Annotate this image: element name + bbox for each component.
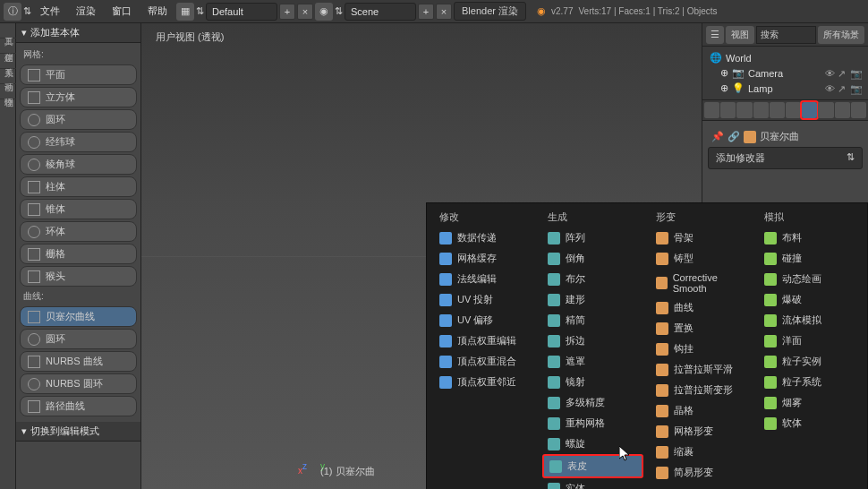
mod-fluid-sim[interactable]: 流体模拟 bbox=[759, 310, 860, 330]
mesh-cone-button[interactable]: 锥体 bbox=[20, 199, 137, 219]
mod-displace[interactable]: 置换 bbox=[651, 318, 752, 339]
layout-icon[interactable]: ▦ bbox=[176, 3, 194, 21]
mod-data-transfer[interactable]: 数据传递 bbox=[434, 227, 535, 248]
updown-icon[interactable]: ⇅ bbox=[23, 5, 31, 17]
menu-help[interactable]: 帮助 bbox=[140, 1, 174, 21]
mod-mesh-cache[interactable]: 网格缓存 bbox=[434, 248, 535, 269]
mesh-plane-button[interactable]: 平面 bbox=[20, 64, 137, 85]
mod-simple-deform[interactable]: 简易形变 bbox=[651, 462, 752, 483]
mesh-grid-button[interactable]: 栅格 bbox=[20, 244, 137, 264]
mod-vweight-mix[interactable]: 顶点权重混合 bbox=[434, 351, 535, 372]
info-icon[interactable]: ⓘ bbox=[4, 3, 21, 21]
add-layout-button[interactable]: + bbox=[279, 4, 295, 20]
mod-remesh[interactable]: 重构网格 bbox=[542, 413, 643, 433]
curve-path-button[interactable]: 路径曲线 bbox=[20, 396, 137, 416]
screen-layout-dropdown[interactable]: Default bbox=[206, 3, 277, 21]
mesh-icosphere-button[interactable]: 棱角球 bbox=[20, 154, 137, 175]
scene-dropdown[interactable]: Scene bbox=[345, 3, 416, 21]
mod-dynamic-paint[interactable]: 动态绘画 bbox=[759, 269, 860, 289]
mod-normal-edit[interactable]: 法线编辑 bbox=[434, 269, 535, 289]
mod-armature[interactable]: 骨架 bbox=[651, 227, 752, 248]
mod-shrinkwrap[interactable]: 缩裹 bbox=[651, 442, 752, 462]
mesh-monkey-button[interactable]: 猴头 bbox=[20, 266, 137, 287]
mod-mesh-deform[interactable]: 网格形变 bbox=[651, 421, 752, 442]
updown-icon[interactable]: ⇅ bbox=[335, 5, 343, 17]
scene-icon[interactable]: ◉ bbox=[315, 3, 333, 21]
mod-laplacian-deform[interactable]: 拉普拉斯变形 bbox=[651, 380, 752, 400]
mod-array[interactable]: 阵列 bbox=[542, 227, 643, 248]
prop-tab-constraints[interactable] bbox=[786, 102, 801, 118]
mesh-cube-button[interactable]: 立方体 bbox=[20, 87, 137, 107]
outliner-editor-icon[interactable]: ☰ bbox=[706, 26, 724, 44]
mod-lattice[interactable]: 晶格 bbox=[651, 400, 752, 421]
mod-screw[interactable]: 螺旋 bbox=[542, 433, 643, 454]
curve-bezier-button[interactable]: 贝塞尔曲线 bbox=[20, 306, 137, 327]
mod-smoke[interactable]: 烟雾 bbox=[759, 392, 860, 413]
prop-tab-data[interactable] bbox=[818, 102, 833, 118]
mod-collision[interactable]: 碰撞 bbox=[759, 248, 860, 269]
curve-nurbs-circle-button[interactable]: NURBS 圆环 bbox=[20, 373, 137, 394]
pin-icon[interactable]: 📌 bbox=[711, 131, 724, 142]
mod-curve[interactable]: 曲线 bbox=[651, 297, 752, 318]
tree-lamp[interactable]: ⊕💡Lamp👁↗📷 bbox=[706, 81, 864, 96]
menu-file[interactable]: 文件 bbox=[33, 1, 67, 21]
prop-tab-scene[interactable] bbox=[736, 102, 752, 118]
add-modifier-dropdown[interactable]: 添加修改器 ⇅ bbox=[708, 147, 863, 169]
vtab-physics[interactable]: 物理 bbox=[0, 84, 16, 99]
prop-tab-object[interactable] bbox=[770, 102, 785, 118]
outliner-search[interactable]: 搜索 bbox=[756, 26, 816, 44]
prop-tab-material[interactable] bbox=[835, 102, 850, 118]
menu-window[interactable]: 窗口 bbox=[105, 1, 139, 21]
mod-skin[interactable]: 表皮 bbox=[542, 454, 643, 478]
outliner-filter[interactable]: 所有场景 bbox=[818, 26, 864, 44]
mod-vweight-prox[interactable]: 顶点权重邻近 bbox=[434, 372, 535, 392]
mod-uv-project[interactable]: UV 投射 bbox=[434, 289, 535, 310]
mesh-torus-button[interactable]: 环体 bbox=[20, 221, 137, 242]
mod-edge-split[interactable]: 拆边 bbox=[542, 330, 643, 351]
remove-scene-button[interactable]: × bbox=[436, 4, 452, 20]
tree-camera[interactable]: ⊕📷Camera👁↗📷 bbox=[706, 65, 864, 81]
mod-ocean[interactable]: 洋面 bbox=[759, 330, 860, 351]
vtab-animation[interactable]: 动画 bbox=[0, 69, 16, 84]
mod-soft-body[interactable]: 软体 bbox=[759, 413, 860, 433]
mod-uv-warp[interactable]: UV 偏移 bbox=[434, 310, 535, 330]
mod-mask[interactable]: 遮罩 bbox=[542, 351, 643, 372]
prop-tab-texture[interactable] bbox=[851, 102, 866, 118]
mesh-uvsphere-button[interactable]: 经纬球 bbox=[20, 132, 137, 152]
outliner-view-tab[interactable]: 视图 bbox=[726, 26, 754, 44]
mod-cloth[interactable]: 布料 bbox=[759, 227, 860, 248]
edit-mode-header[interactable]: ▾ 切换到编辑模式 bbox=[16, 422, 140, 442]
mod-bevel[interactable]: 倒角 bbox=[542, 248, 643, 269]
add-scene-button[interactable]: + bbox=[418, 4, 434, 20]
render-engine-dropdown[interactable]: Blender 渲染 bbox=[454, 2, 526, 21]
vtab-create[interactable]: 创建 bbox=[0, 39, 16, 54]
mod-particle-system[interactable]: 粒子系统 bbox=[759, 372, 860, 392]
vtab-tools[interactable]: 工具 bbox=[0, 23, 16, 39]
mod-decimate[interactable]: 精简 bbox=[542, 310, 643, 330]
mod-corrective-smooth[interactable]: Corrective Smooth bbox=[651, 269, 752, 297]
mod-hook[interactable]: 钩挂 bbox=[651, 339, 752, 359]
vtab-relations[interactable]: 关系 bbox=[0, 54, 16, 69]
mesh-cylinder-button[interactable]: 柱体 bbox=[20, 176, 137, 197]
mod-cast[interactable]: 铸型 bbox=[651, 248, 752, 269]
mod-laplacian-smooth[interactable]: 拉普拉斯平滑 bbox=[651, 359, 752, 380]
mod-build[interactable]: 建形 bbox=[542, 289, 643, 310]
mod-explode[interactable]: 爆破 bbox=[759, 289, 860, 310]
prop-tab-world[interactable] bbox=[753, 102, 769, 118]
menu-render[interactable]: 渲染 bbox=[69, 1, 103, 21]
mod-mirror[interactable]: 镜射 bbox=[542, 372, 643, 392]
curve-circle-button[interactable]: 圆环 bbox=[20, 329, 137, 349]
mod-boolean[interactable]: 布尔 bbox=[542, 269, 643, 289]
mesh-circle-button[interactable]: 圆环 bbox=[20, 109, 137, 130]
add-primitive-header[interactable]: ▾ 添加基本体 bbox=[16, 23, 140, 43]
mod-particle-instance[interactable]: 粒子实例 bbox=[759, 351, 860, 372]
prop-tab-render-layers[interactable] bbox=[720, 102, 736, 118]
remove-layout-button[interactable]: × bbox=[297, 4, 313, 20]
curve-nurbs-button[interactable]: NURBS 曲线 bbox=[20, 351, 137, 372]
mod-vweight-edit[interactable]: 顶点权重编辑 bbox=[434, 330, 535, 351]
prop-tab-render[interactable] bbox=[704, 102, 719, 118]
tree-world[interactable]: 🌐World bbox=[706, 50, 864, 65]
prop-tab-modifiers[interactable] bbox=[802, 102, 817, 118]
updown-icon[interactable]: ⇅ bbox=[196, 5, 204, 17]
mod-multires[interactable]: 多级精度 bbox=[542, 392, 643, 413]
